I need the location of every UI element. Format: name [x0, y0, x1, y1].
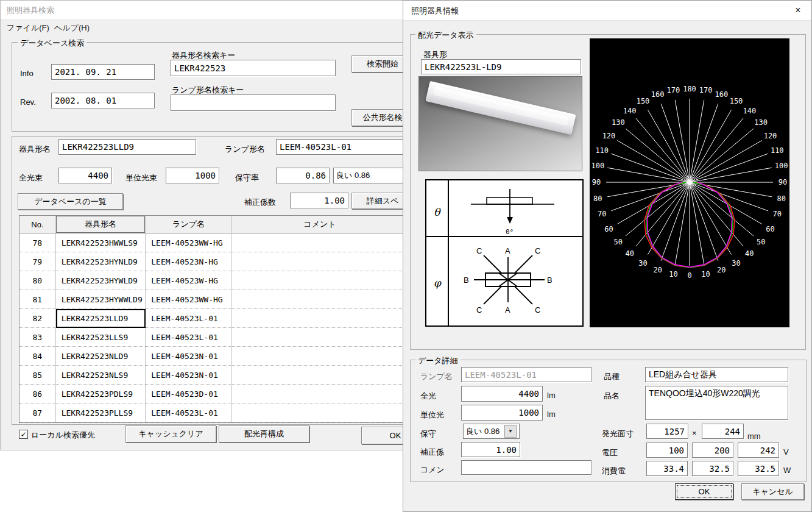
cell-lamp-name[interactable]: LEEM-40523N-HG — [146, 252, 232, 271]
polar-angle-label: 0 — [687, 271, 691, 280]
cell-lamp-name[interactable]: LEEM-40523L-01 — [146, 328, 232, 347]
cell-comment[interactable] — [232, 404, 403, 422]
cell-no[interactable]: 83 — [19, 328, 56, 347]
detail-maintenance-combo[interactable]: 良い 0.86 ▼ — [463, 424, 520, 439]
unit-flux-field[interactable]: 1000 — [166, 168, 219, 183]
detail-total-field[interactable]: 4400 — [461, 386, 543, 402]
cell-no[interactable]: 79 — [19, 252, 56, 271]
redistribute-button[interactable]: 配光再構成 — [219, 425, 309, 443]
detail-comment-field[interactable] — [461, 460, 591, 475]
table-row[interactable]: 83LEKR422523LLS9LEEM-40523L-01 — [19, 328, 403, 347]
col-header-fixture[interactable]: 器具形名 — [56, 216, 146, 233]
cell-comment[interactable] — [232, 252, 403, 271]
cell-comment[interactable] — [232, 233, 403, 252]
cell-fixture-name[interactable]: LEKR422523PLLS9 — [56, 404, 146, 422]
cell-fixture-name[interactable]: LEKR422523PDLS9 — [56, 385, 146, 404]
total-flux-field[interactable]: 4400 — [58, 168, 112, 183]
cell-lamp-name[interactable]: LEEM-40523WW-HG — [146, 290, 232, 309]
voltage-field-2[interactable]: 200 — [692, 443, 733, 458]
cell-comment[interactable] — [232, 271, 403, 290]
polar-angle-label: 100 — [775, 162, 788, 170]
cell-fixture-name[interactable]: LEKR422523NLS9 — [56, 366, 146, 385]
cell-lamp-name[interactable]: LEEM-40523W-HG — [146, 271, 232, 290]
detail-correction-field[interactable]: 1.00 — [461, 442, 520, 457]
detail-spec-button[interactable]: 詳細スペ — [351, 193, 403, 209]
dialog-cancel-button[interactable]: キャンセル — [741, 483, 804, 500]
table-row[interactable]: 85LEKR422523NLS9LEEM-40523N-01 — [19, 366, 403, 385]
close-icon[interactable]: × — [791, 4, 805, 17]
combo-dropdown-icon[interactable]: ▼ — [504, 425, 517, 438]
maintenance-rate-field[interactable]: 0.86 — [276, 168, 330, 183]
table-row[interactable]: 81LEKR422523HYWWLD9LEEM-40523WW-HG — [19, 290, 403, 309]
cell-lamp-name[interactable]: LEEM-40523D-01 — [146, 385, 232, 404]
table-row[interactable]: 82LEKR422523LLD9LEEM-40523L-01 — [19, 309, 403, 328]
db-list-button[interactable]: データベースの一覧 — [18, 193, 123, 210]
correction-field[interactable]: 1.00 — [290, 193, 348, 208]
info-date-field[interactable]: 2021. 09. 21 — [51, 64, 155, 80]
lamp-key-input[interactable] — [171, 94, 336, 111]
surface-height-field[interactable]: 244 — [702, 424, 744, 439]
menu-file[interactable]: ファイル(F) — [7, 23, 49, 34]
col-header-no[interactable]: No. — [19, 216, 56, 233]
power-field-1[interactable]: 33.4 — [646, 461, 688, 476]
menu-help[interactable]: ヘルプ(H) — [54, 23, 90, 34]
product-name-field[interactable]: TENQOO埋込40形W220調光 — [645, 386, 788, 420]
dialog-fixture-field[interactable]: LEKR422523L-LD9 — [421, 59, 581, 74]
cell-no[interactable]: 82 — [19, 309, 56, 328]
table-row[interactable]: 84LEKR422523NLD9LEEM-40523N-01 — [19, 347, 403, 366]
cell-fixture-name[interactable]: LEKR422523LLD9 — [56, 309, 146, 328]
plane-c-label-br: C — [535, 305, 540, 315]
cell-no[interactable]: 78 — [19, 233, 56, 252]
cell-fixture-name[interactable]: LEKR422523HYWWLD9 — [56, 290, 146, 309]
lamp-name-field[interactable]: LEEM-40523L-01 — [276, 139, 403, 155]
table-row[interactable]: 86LEKR422523PDLS9LEEM-40523D-01 — [19, 385, 403, 404]
table-row[interactable]: 78LEKR422523HWWLS9LEEM-40523WW-HG — [19, 233, 403, 252]
table-row[interactable]: 79LEKR422523HYNLD9LEEM-40523N-HG — [19, 252, 403, 271]
cell-comment[interactable] — [232, 328, 403, 347]
cell-fixture-name[interactable]: LEKR422523HWWLS9 — [56, 233, 146, 252]
detail-unitflux-field[interactable]: 1000 — [461, 405, 543, 421]
table-row[interactable]: 80LEKR422523HYWLD9LEEM-40523W-HG — [19, 271, 403, 290]
public-name-search-button[interactable]: 公共形名検 — [351, 109, 403, 126]
table-row[interactable]: 87LEKR422523PLLS9LEEM-40523L-01 — [19, 404, 403, 422]
kind-field[interactable]: LED組み合せ器具 — [645, 367, 788, 382]
main-ok-button[interactable]: OK — [361, 427, 403, 444]
voltage-field-3[interactable]: 242 — [738, 443, 779, 458]
cell-comment[interactable] — [232, 347, 403, 366]
cell-fixture-name[interactable]: LEKR422523HYNLD9 — [56, 252, 146, 271]
cell-no[interactable]: 84 — [19, 347, 56, 366]
dialog-ok-button[interactable]: OK — [675, 483, 733, 500]
col-header-lamp[interactable]: ランプ名 — [146, 216, 232, 233]
cache-clear-button[interactable]: キャッシュクリア — [125, 425, 216, 443]
col-header-comment[interactable]: コメント — [232, 216, 403, 233]
cell-lamp-name[interactable]: LEEM-40523L-01 — [146, 404, 232, 422]
cell-fixture-name[interactable]: LEKR422523NLD9 — [56, 347, 146, 366]
cell-lamp-name[interactable]: LEEM-40523WW-HG — [146, 233, 232, 252]
power-field-3[interactable]: 32.5 — [738, 461, 779, 476]
fixture-name-field[interactable]: LEKR422523LLD9 — [58, 139, 196, 155]
voltage-field-1[interactable]: 100 — [646, 443, 688, 458]
cell-no[interactable]: 87 — [19, 404, 56, 422]
cell-no[interactable]: 80 — [19, 271, 56, 290]
local-search-checkbox[interactable]: ✓ — [19, 430, 28, 439]
search-start-button[interactable]: 検索開始 — [351, 55, 403, 73]
cell-comment[interactable] — [232, 366, 403, 385]
power-field-2[interactable]: 32.5 — [692, 461, 733, 476]
cell-no[interactable]: 86 — [19, 385, 56, 404]
maintenance-combo[interactable]: 良い 0.86 — [333, 168, 403, 183]
cell-lamp-name[interactable]: LEEM-40523N-01 — [146, 366, 232, 385]
rev-date-field[interactable]: 2002. 08. 01 — [51, 93, 155, 108]
main-window-titlebar — [1, 1, 403, 19]
cell-lamp-name[interactable]: LEEM-40523N-01 — [146, 347, 232, 366]
cell-no[interactable]: 81 — [19, 290, 56, 309]
detail-comment-label: コメン — [420, 464, 445, 475]
surface-width-field[interactable]: 1257 — [646, 424, 688, 439]
cell-no[interactable]: 85 — [19, 366, 56, 385]
cell-lamp-name[interactable]: LEEM-40523L-01 — [146, 309, 232, 328]
cell-comment[interactable] — [232, 309, 403, 328]
fixture-key-input[interactable]: LEKR422523 — [171, 60, 336, 76]
cell-comment[interactable] — [232, 385, 403, 404]
cell-fixture-name[interactable]: LEKR422523HYWLD9 — [56, 271, 146, 290]
cell-fixture-name[interactable]: LEKR422523LLS9 — [56, 328, 146, 347]
cell-comment[interactable] — [232, 290, 403, 309]
